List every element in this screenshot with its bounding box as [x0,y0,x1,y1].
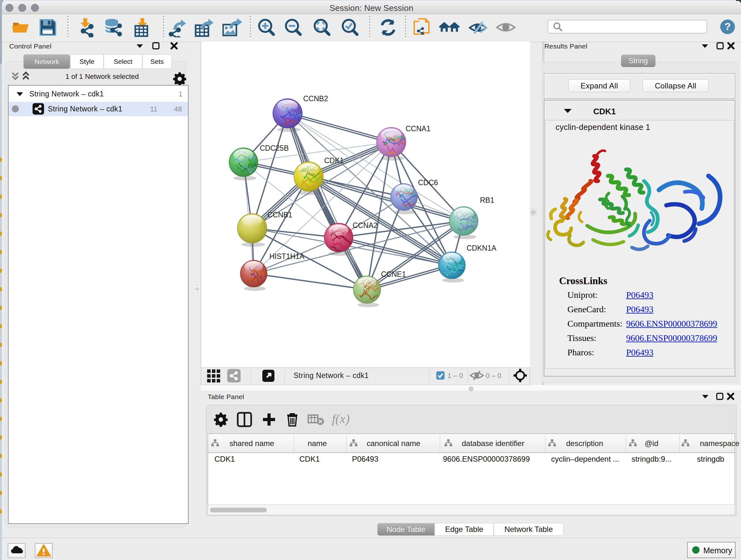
svg-text:HIST1H1A: HIST1H1A [269,252,305,260]
svg-text:RB1: RB1 [480,196,494,204]
svg-text:CDC6: CDC6 [418,179,438,187]
svg-text:CDK1: CDK1 [324,157,344,165]
svg-text:CCNA2: CCNA2 [353,221,378,230]
svg-text:CDKN1A: CDKN1A [467,244,496,252]
svg-text:CCNB1: CCNB1 [267,211,292,219]
svg-text:CCNE1: CCNE1 [381,270,406,278]
svg-text:CCNB2: CCNB2 [303,95,328,103]
svg-text:CDC25B: CDC25B [260,144,289,152]
svg-text:?: ? [724,21,731,32]
svg-text:CCNA1: CCNA1 [406,125,430,133]
